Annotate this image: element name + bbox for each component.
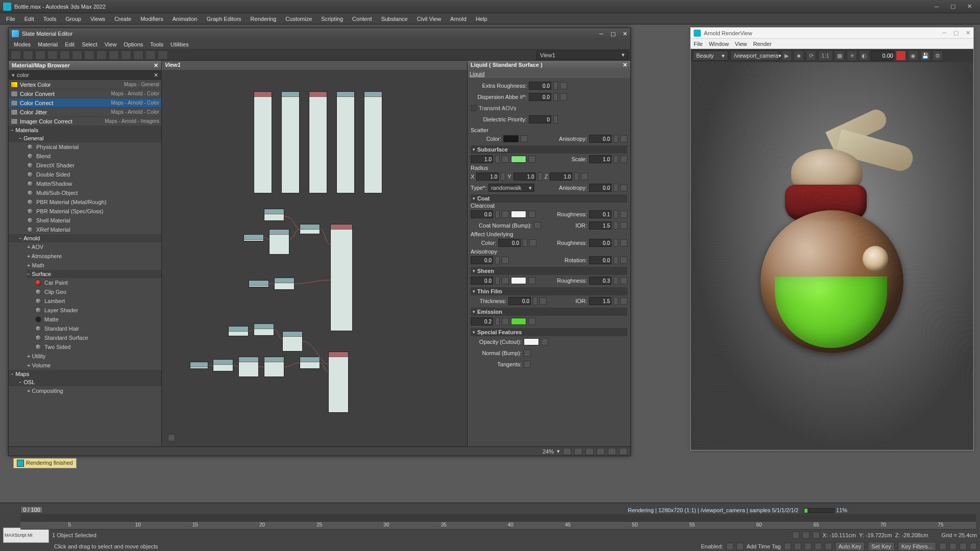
arnold-close[interactable]: ✕ bbox=[966, 30, 970, 36]
nav-layout-icon[interactable] bbox=[619, 448, 627, 455]
tool-eyedrop[interactable] bbox=[158, 51, 168, 60]
param-close[interactable]: ✕ bbox=[623, 62, 627, 69]
osl-compositing[interactable]: + Compositing bbox=[27, 386, 161, 395]
menu-arnold[interactable]: Arnold bbox=[446, 15, 471, 23]
map-slot[interactable] bbox=[560, 93, 567, 101]
nav-zoomregion-icon[interactable] bbox=[597, 448, 605, 455]
setkey-button[interactable]: Set Key bbox=[868, 542, 895, 551]
mat-blend[interactable]: Blend bbox=[27, 152, 161, 161]
subsurface-weight[interactable] bbox=[471, 155, 493, 163]
arnold-menu-file[interactable]: File bbox=[694, 41, 703, 47]
surf-lambert[interactable]: Lambert bbox=[35, 296, 161, 306]
mat-pbrmetal[interactable]: PBR Material (Metal/Rough) bbox=[27, 197, 161, 207]
minimize-button[interactable]: ─ bbox=[929, 2, 944, 12]
subsurface-type-dropdown[interactable]: randomwalk▾ bbox=[488, 184, 534, 192]
debug-icon[interactable]: ◐ bbox=[859, 51, 869, 61]
mat-shell[interactable]: Shell Material bbox=[27, 216, 161, 225]
snapshot-icon[interactable]: ◉ bbox=[908, 51, 918, 61]
map-slot[interactable] bbox=[521, 135, 528, 142]
node-material-5[interactable] bbox=[364, 91, 382, 193]
menu-edit[interactable]: Edit bbox=[20, 15, 38, 23]
view-selector[interactable]: View1▾ bbox=[536, 51, 628, 60]
cat-osl[interactable]: −OSL bbox=[9, 378, 161, 386]
save-icon[interactable]: 💾 bbox=[920, 51, 930, 61]
menu-animation[interactable]: Animation bbox=[168, 15, 202, 23]
thinfilm-thickness[interactable] bbox=[508, 297, 531, 305]
nav-pan-icon[interactable] bbox=[563, 448, 571, 455]
menu-rendering[interactable]: Rendering bbox=[247, 15, 281, 23]
close-button[interactable]: ✕ bbox=[962, 2, 977, 12]
sme-menu-select[interactable]: Select bbox=[79, 41, 101, 48]
mat-directx[interactable]: DirectX Shader bbox=[27, 161, 161, 170]
tool-assign[interactable] bbox=[35, 51, 45, 60]
menu-customize[interactable]: Customize bbox=[281, 15, 316, 23]
thinfilm-header[interactable]: ▾Thin Film bbox=[471, 287, 627, 295]
record-icon[interactable] bbox=[896, 51, 906, 61]
arnold-menu-render[interactable]: Render bbox=[753, 41, 772, 47]
node-map-a2[interactable] bbox=[243, 234, 264, 241]
play-prev-icon[interactable] bbox=[794, 543, 801, 550]
sme-menu-edit[interactable]: Edit bbox=[62, 41, 78, 48]
coat-weight[interactable] bbox=[471, 210, 493, 218]
sme-menu-material[interactable]: Material bbox=[35, 41, 61, 48]
menu-scripting[interactable]: Scripting bbox=[317, 15, 347, 23]
affect-color[interactable] bbox=[498, 239, 521, 247]
surf-stdhair[interactable]: Standard Hair bbox=[35, 324, 161, 333]
render-play-icon[interactable]: ▶ bbox=[781, 51, 792, 61]
crop-icon[interactable]: ▦ bbox=[835, 51, 845, 61]
sheen-rough[interactable] bbox=[589, 277, 611, 285]
node-material-3[interactable] bbox=[309, 91, 327, 193]
radius-x[interactable] bbox=[476, 172, 499, 181]
tool-showend[interactable] bbox=[133, 51, 143, 60]
dispersion-input[interactable] bbox=[529, 93, 551, 101]
node-map-a3[interactable] bbox=[269, 229, 289, 255]
menu-group[interactable]: Group bbox=[61, 15, 85, 23]
dielectric-input[interactable] bbox=[529, 115, 551, 123]
render-viewport[interactable] bbox=[691, 62, 973, 450]
emission-color-swatch[interactable] bbox=[511, 318, 526, 325]
surf-matte[interactable]: Matte bbox=[35, 315, 161, 324]
add-time-tag[interactable]: Add Time Tag bbox=[747, 543, 781, 549]
tool-select[interactable] bbox=[11, 51, 21, 60]
emission-header[interactable]: ▾Emission bbox=[471, 308, 627, 316]
arnold-math[interactable]: + Math bbox=[27, 261, 161, 270]
subsurface-color-swatch[interactable] bbox=[511, 156, 526, 163]
aov-dropdown[interactable]: Beauty▾ bbox=[693, 51, 728, 61]
menu-file[interactable]: File bbox=[2, 15, 19, 23]
surf-layer[interactable]: Layer Shader bbox=[35, 306, 161, 315]
node-map-d1[interactable] bbox=[190, 362, 208, 369]
subsurface-scale[interactable] bbox=[589, 155, 611, 163]
affect-rough[interactable] bbox=[589, 239, 611, 247]
keyfilters-button[interactable]: Key Filters... bbox=[898, 542, 936, 551]
map-vertex-color[interactable]: Vertex ColorMaps - General bbox=[9, 80, 161, 89]
menu-grapheditors[interactable]: Graph Editors bbox=[203, 15, 246, 23]
settings-icon[interactable]: ⚙ bbox=[933, 51, 943, 61]
snap-icon[interactable] bbox=[802, 532, 810, 539]
menu-substance[interactable]: Substance bbox=[377, 15, 412, 23]
cat-surface[interactable]: −Surface bbox=[27, 270, 161, 278]
tool-layout2[interactable] bbox=[84, 51, 94, 60]
menu-tools[interactable]: Tools bbox=[39, 15, 61, 23]
menu-help[interactable]: Help bbox=[472, 15, 492, 23]
view-zoom-icon[interactable] bbox=[949, 543, 957, 550]
arnold-minimize[interactable]: ─ bbox=[942, 30, 946, 36]
map-imager-color-correct[interactable]: Imager Color CorrectMaps - Arnold - Imag… bbox=[9, 117, 161, 126]
browser-close[interactable]: ✕ bbox=[154, 62, 158, 69]
play-start-icon[interactable] bbox=[784, 543, 791, 550]
surf-carpaint[interactable]: Car Paint bbox=[35, 278, 161, 287]
tool-pick[interactable] bbox=[23, 51, 33, 60]
arnold-atmosphere[interactable]: + Atmosphere bbox=[27, 252, 161, 261]
scatter-color-swatch[interactable] bbox=[503, 135, 519, 142]
view-orbit-icon[interactable] bbox=[960, 543, 967, 550]
menu-civilview[interactable]: Civil View bbox=[413, 15, 445, 23]
menu-modifiers[interactable]: Modifiers bbox=[136, 15, 167, 23]
sme-menu-options[interactable]: Options bbox=[120, 41, 146, 48]
arnold-volume[interactable]: + Volume bbox=[27, 361, 161, 370]
opacity-swatch[interactable] bbox=[524, 338, 539, 345]
tool-background[interactable] bbox=[121, 51, 131, 60]
render-stop-icon[interactable]: ■ bbox=[794, 51, 804, 61]
search-clear-icon[interactable]: ✕ bbox=[154, 72, 158, 79]
maximize-button[interactable]: ▢ bbox=[945, 2, 961, 12]
maxscript-mini[interactable]: MAXScript Mi bbox=[3, 528, 49, 543]
tangents-map-slot[interactable] bbox=[524, 361, 531, 368]
